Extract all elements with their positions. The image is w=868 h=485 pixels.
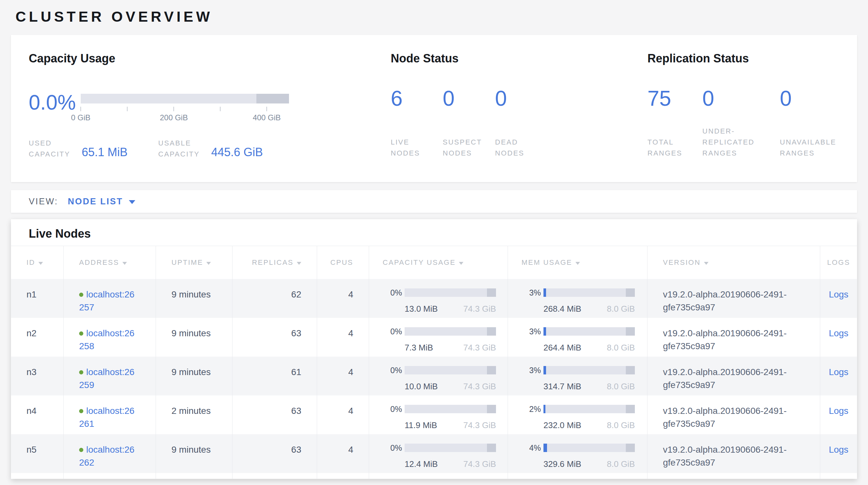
- address-link[interactable]: localhost:26261: [79, 406, 134, 429]
- header-cell-address[interactable]: ADDRESS: [64, 246, 156, 279]
- stat-label: UNDER- REPLICATED RANGES: [702, 126, 755, 159]
- mem-used-value: 232.0 MiB: [544, 419, 581, 432]
- mem-used-value: 264.4 MiB: [544, 341, 581, 354]
- mem-total-value: 8.0 GiB: [607, 419, 635, 432]
- address-link[interactable]: localhost:26262: [79, 445, 134, 467]
- replicas-cell: 63: [232, 318, 317, 356]
- header-cell-cpus: CPUS: [317, 246, 369, 279]
- view-bar: VIEW: NODE LIST: [11, 190, 857, 213]
- capacity-bar-reserved: [256, 94, 289, 104]
- stat-value: 0: [443, 87, 482, 110]
- replication-status-title: Replication Status: [647, 52, 749, 65]
- address-link[interactable]: localhost:26258: [79, 328, 134, 351]
- live-status-dot: [79, 293, 83, 297]
- nodes-table: ID ADDRESS UPTIME REPLICAS CPUS CAPACITY…: [11, 246, 857, 479]
- logs-link[interactable]: Logs: [829, 289, 848, 299]
- mem-used-value: 268.4 MiB: [544, 302, 581, 315]
- sort-descending-icon: [38, 262, 43, 265]
- sort-descending-icon: [206, 262, 211, 265]
- mem-bar-fill: [544, 444, 547, 452]
- capacity-used-value: 11.9 MiB: [405, 419, 437, 432]
- uptime-cell: 9 minutes: [156, 279, 232, 318]
- live-nodes-stat: 6 LIVE NODES: [391, 87, 420, 159]
- cpus-cell: 4: [317, 279, 369, 318]
- cpus-cell: 4: [317, 395, 369, 434]
- usable-capacity-stat: USABLE CAPACITY 445.6 GiB: [158, 138, 288, 160]
- address-link[interactable]: localhost:26257: [79, 289, 134, 312]
- capacity-usage-title: Capacity Usage: [29, 52, 115, 65]
- header-cell-version[interactable]: VERSION: [647, 246, 820, 279]
- capacity-percent: 0.0%: [29, 90, 76, 114]
- under-replicated-ranges-stat: 0 UNDER- REPLICATED RANGES: [702, 87, 755, 159]
- capacity-usage-cell: 0% 12.4 MiB 74.3 GiB: [369, 434, 508, 473]
- header-cell-id[interactable]: ID: [11, 246, 64, 279]
- mem-percent-label: 3%: [521, 364, 541, 377]
- logs-link[interactable]: Logs: [829, 445, 848, 455]
- view-label: VIEW:: [29, 197, 58, 207]
- header-cell-capacity-usage[interactable]: CAPACITY USAGE: [369, 246, 508, 279]
- column-label: VERSION: [663, 258, 701, 267]
- live-status-dot: [79, 448, 83, 452]
- capacity-total-value: 74.3 GiB: [463, 380, 496, 393]
- used-capacity-value: 65.1 MiB: [82, 145, 128, 159]
- capacity-bar-reserved: [487, 444, 496, 452]
- axis-tick: [174, 107, 174, 111]
- version-cell: v19.2.0-alpha.20190606-2491-gfe735c9a97: [647, 356, 820, 395]
- mem-usage-bar: [544, 288, 635, 297]
- mem-usage-bar: [544, 327, 635, 336]
- column-label: UPTIME: [172, 258, 203, 267]
- live-nodes-title: Live Nodes: [11, 219, 857, 240]
- axis-tick-label: 0 GiB: [71, 113, 90, 122]
- node-id-cell: n5: [11, 434, 64, 473]
- header-cell-replicas[interactable]: REPLICAS: [232, 246, 317, 279]
- node-id-cell: n3: [11, 356, 64, 395]
- sort-descending-icon: [459, 262, 463, 265]
- capacity-bar-reserved: [487, 405, 496, 413]
- node-id-cell: n2: [11, 318, 64, 356]
- cpus-cell: 4: [317, 356, 369, 395]
- header-cell-mem-usage[interactable]: MEM USAGE: [508, 246, 647, 279]
- node-list-dropdown[interactable]: NODE LIST: [68, 197, 135, 207]
- column-label: CAPACITY USAGE: [383, 258, 456, 267]
- live-nodes-card: Live Nodes ID ADDRESS UPTIME REPLICAS CP…: [11, 219, 857, 479]
- version-cell: v19.2.0-alpha.20190606-2491-gfe735c9a97: [647, 395, 820, 434]
- logs-link[interactable]: Logs: [829, 406, 848, 416]
- logs-link[interactable]: Logs: [829, 367, 848, 377]
- stat-value: 0: [780, 87, 836, 110]
- address-cell: localhost:26261: [64, 395, 156, 434]
- cpus-cell: 4: [317, 434, 369, 473]
- uptime-cell: 2 minutes: [156, 395, 232, 434]
- logs-link[interactable]: Logs: [829, 328, 848, 338]
- mem-percent-label: 3%: [521, 325, 541, 338]
- node-list-dropdown-value: NODE LIST: [68, 197, 123, 207]
- replicas-cell: 62: [232, 279, 317, 318]
- stat-value: 6: [391, 87, 420, 110]
- mem-usage-cell: 4% 329.6 MiB 8.0 GiB: [508, 434, 647, 473]
- header-cell-uptime[interactable]: UPTIME: [156, 246, 232, 279]
- page-title: CLUSTER OVERVIEW: [16, 8, 857, 25]
- capacity-total-value: 74.3 GiB: [463, 341, 496, 354]
- capacity-total-value: 74.3 GiB: [463, 458, 496, 470]
- mem-usage-cell: 2% 232.0 MiB 8.0 GiB: [508, 395, 647, 434]
- mem-total-value: 8.0 GiB: [607, 458, 635, 470]
- logs-cell: Logs: [820, 395, 857, 434]
- column-label: REPLICAS: [252, 258, 293, 267]
- mem-total-value: 8.0 GiB: [607, 302, 635, 315]
- capacity-percent-label: 0%: [382, 403, 402, 416]
- capacity-usage-cell: 0% 13.0 MiB 74.3 GiB: [369, 279, 508, 318]
- version-cell: v19.2.0-alpha.20190606-2491-gfe735c9a97: [647, 318, 820, 356]
- column-label: MEM USAGE: [522, 258, 572, 267]
- capacity-percent-label: 0%: [382, 325, 402, 338]
- capacity-percent-label: 0%: [382, 364, 402, 377]
- mem-bar-fill: [544, 288, 546, 297]
- sort-descending-icon: [122, 262, 127, 265]
- mem-usage-cell: 3% 314.7 MiB 8.0 GiB: [508, 356, 647, 395]
- capacity-bar-reserved: [487, 366, 496, 374]
- live-status-dot: [79, 370, 83, 374]
- mem-usage-cell: 3% 268.4 MiB 8.0 GiB: [508, 279, 647, 318]
- axis-tick: [81, 107, 81, 111]
- capacity-usage-cell: 0% 10.0 MiB 74.3 GiB: [369, 356, 508, 395]
- capacity-used-value: 13.0 MiB: [405, 302, 438, 315]
- version-cell: v19.2.0-alpha.20190606-2491-gfe735c9a97: [647, 434, 820, 473]
- address-link[interactable]: localhost:26259: [79, 367, 134, 390]
